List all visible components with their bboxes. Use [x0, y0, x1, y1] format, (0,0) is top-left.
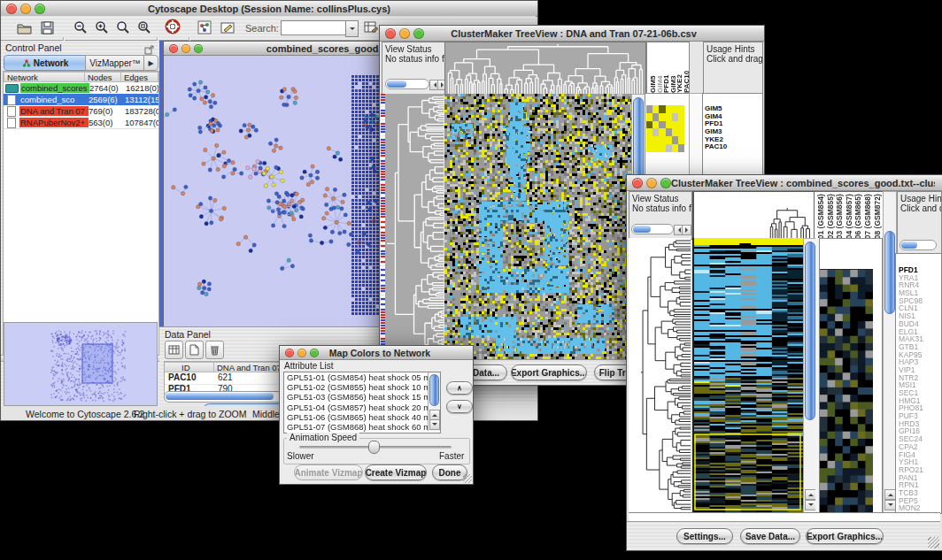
- minimize-button[interactable]: [646, 178, 657, 188]
- gene-label[interactable]: PAN1: [899, 474, 939, 482]
- tv1-row-dendrogram[interactable]: [385, 94, 444, 359]
- usage-hints-hscrollbar[interactable]: [900, 240, 937, 250]
- tv1-column-label[interactable]: GIM5: [649, 45, 656, 93]
- gene-label[interactable]: FIG4: [899, 451, 939, 459]
- gene-label[interactable]: MSL1: [899, 289, 939, 297]
- zoom-window-button[interactable]: [310, 349, 319, 357]
- annotation-icon[interactable]: [219, 19, 236, 36]
- zoom-window-button[interactable]: [413, 28, 424, 39]
- attribute-list-item[interactable]: GPL51-02 (GSM855) heat shock 10 min: [284, 382, 440, 392]
- gene-label[interactable]: GTB1: [899, 343, 939, 351]
- resize-grip[interactable]: [463, 474, 472, 483]
- tab-overflow-button[interactable]: ▶: [143, 55, 158, 71]
- zoom-in-icon[interactable]: [93, 19, 111, 36]
- tv1-column-label[interactable]: PAC10: [683, 45, 690, 93]
- gene-label[interactable]: MAK31: [899, 335, 939, 343]
- minimize-button[interactable]: [20, 4, 31, 14]
- search-dropdown-button[interactable]: [345, 20, 359, 37]
- gene-label[interactable]: PHO81: [899, 404, 939, 412]
- done-button[interactable]: Done: [432, 464, 467, 480]
- gene-label[interactable]: YSH1: [899, 458, 939, 466]
- network-list-row[interactable]: combined_sco2569(6)13112(15): [4, 94, 158, 106]
- gene-label[interactable]: HRD3: [899, 420, 939, 428]
- export-graphics-button[interactable]: Export Graphics...: [806, 528, 884, 544]
- minimize-button[interactable]: [399, 28, 410, 39]
- slider-thumb[interactable]: [368, 441, 380, 454]
- gene-label[interactable]: RNR4: [899, 281, 939, 289]
- network-list-row[interactable]: RNAPuberNov2+563(0)107847(0): [4, 117, 158, 129]
- zoom-window-button[interactable]: [660, 178, 671, 188]
- view-status-hscrollbar[interactable]: [631, 224, 674, 234]
- delete-attribute-icon[interactable]: [205, 341, 224, 359]
- zoom-out-icon[interactable]: [72, 19, 89, 36]
- gene-label[interactable]: NTR2: [899, 374, 939, 382]
- gene-label[interactable]: CPA2: [899, 443, 939, 451]
- gene-label[interactable]: RPO21: [899, 466, 939, 474]
- scroll-right-button[interactable]: [682, 225, 691, 235]
- attribute-select-icon[interactable]: [165, 341, 183, 359]
- scrollbar-thumb[interactable]: [166, 393, 274, 400]
- attribute-list-vscrollbar[interactable]: [428, 372, 440, 431]
- column-header-nodes[interactable]: Nodes: [85, 72, 121, 82]
- close-button[interactable]: [632, 178, 643, 188]
- gene-label[interactable]: YRA1: [899, 274, 939, 282]
- scrollbar-thumb[interactable]: [429, 374, 439, 406]
- save-icon[interactable]: [38, 19, 56, 36]
- gene-label[interactable]: MSI1: [899, 381, 939, 389]
- gene-label[interactable]: SEC24: [899, 435, 939, 443]
- gene-label[interactable]: CLN1: [899, 304, 939, 312]
- new-attribute-icon[interactable]: [185, 341, 204, 359]
- column-header-network[interactable]: Network: [4, 72, 85, 82]
- gene-label[interactable]: BUD4: [899, 320, 939, 328]
- save-data-button[interactable]: Save Data...: [740, 528, 800, 544]
- attribute-list-item[interactable]: GPL51-01 (GSM854) heat shock 05 min: [284, 372, 440, 382]
- tv1-column-label[interactable]: YKE2: [676, 45, 683, 93]
- tv1-column-label[interactable]: PFD1: [662, 45, 669, 93]
- zoom-window-button[interactable]: [35, 4, 45, 14]
- gene-label[interactable]: NIS1: [899, 312, 939, 320]
- birdseye-view[interactable]: [4, 322, 158, 406]
- tv2-row-dendrogram[interactable]: [629, 238, 691, 512]
- network-list-row[interactable]: DNA and Tran 07769(0)183728(0): [4, 105, 158, 118]
- animate-vizmap-button[interactable]: Animate Vizmap: [294, 464, 363, 480]
- scroll-down-button[interactable]: [429, 419, 440, 430]
- gene-label[interactable]: TCB3: [899, 489, 939, 497]
- help-lifering-icon[interactable]: [164, 18, 181, 35]
- main-titlebar[interactable]: Cytoscape Desktop (Session Name: collins…: [1, 1, 537, 17]
- gene-label[interactable]: HAP3: [899, 358, 939, 366]
- column-header-id[interactable]: ID: [165, 362, 214, 372]
- search-input[interactable]: [281, 20, 346, 35]
- tv1-heatmap[interactable]: [444, 94, 631, 359]
- import-network-icon[interactable]: [196, 19, 213, 36]
- close-button[interactable]: [6, 4, 17, 14]
- gene-label[interactable]: ELG1: [899, 328, 939, 336]
- close-button[interactable]: [285, 349, 294, 357]
- open-folder-icon[interactable]: [15, 19, 33, 36]
- gene-label[interactable]: GPI16: [899, 427, 939, 435]
- scrollbar-thumb[interactable]: [884, 231, 895, 314]
- attribute-list[interactable]: GPL51-01 (GSM854) heat shock 05 minGPL51…: [284, 372, 440, 432]
- gene-label[interactable]: PFD1: [899, 266, 939, 274]
- tv1-zoom-matrix[interactable]: [646, 105, 684, 152]
- network-list-row[interactable]: combined_scores2764(0)16218(0): [4, 82, 158, 95]
- gene-label[interactable]: MON2: [899, 504, 939, 512]
- tv2-column-dendrogram[interactable]: [692, 191, 815, 240]
- tab-vizmapper[interactable]: VizMapper™: [85, 55, 145, 71]
- gene-list[interactable]: PFD1YRA1RNR4MSL1SPC98CLN1NIS1BUD4ELG1MAK…: [899, 266, 939, 512]
- scrollbar-thumb[interactable]: [805, 242, 815, 420]
- move-down-button[interactable]: ∨: [446, 400, 473, 413]
- zoom-selected-icon[interactable]: [114, 19, 132, 36]
- zoom-fit-icon[interactable]: [135, 19, 153, 36]
- settings-button[interactable]: Settings...: [676, 528, 733, 544]
- gene-label[interactable]: SPC98: [899, 297, 939, 305]
- close-button[interactable]: [385, 28, 396, 39]
- attribute-list-item[interactable]: GPL51-03 (GSM856) heat shock 15 min: [284, 392, 440, 402]
- close-button[interactable]: [169, 44, 178, 53]
- tv1-column-dendrogram[interactable]: [444, 42, 646, 95]
- gene-label[interactable]: VIP1: [899, 366, 939, 374]
- gene-label[interactable]: SEC1: [899, 389, 939, 397]
- create-vizmap-button[interactable]: Create Vizmap: [365, 464, 427, 480]
- attribute-list-item[interactable]: GPL51-04 (GSM857) heat shock 20 min: [284, 403, 440, 412]
- gene-label[interactable]: PEP5: [899, 497, 939, 505]
- zoom-window-button[interactable]: [194, 44, 203, 53]
